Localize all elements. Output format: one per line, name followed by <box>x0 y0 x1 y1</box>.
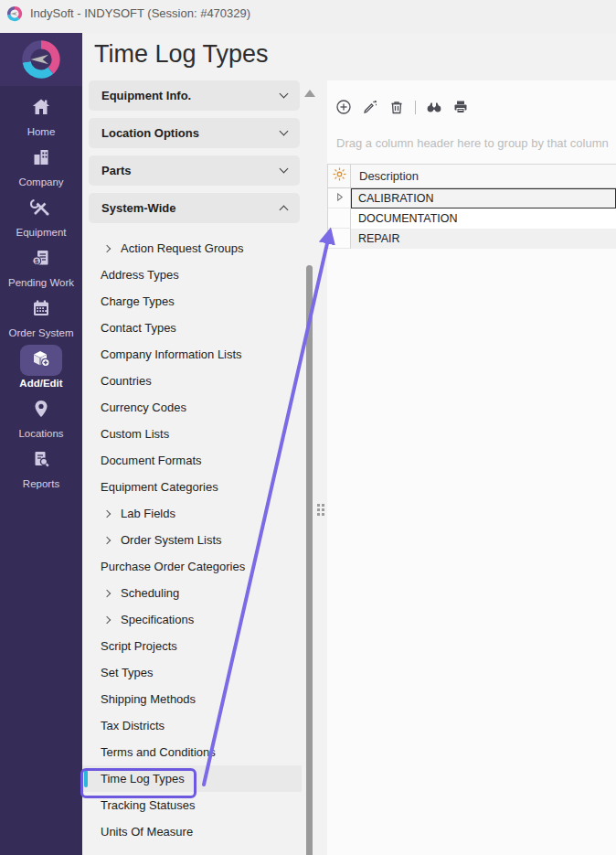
nav-item-time-log-types[interactable]: Time Log Types <box>82 765 302 792</box>
nav-item-tracking-statuses[interactable]: Tracking Statuses <box>82 792 302 818</box>
accordion-section-parts[interactable]: Parts <box>89 155 300 186</box>
splitter-grip-icon <box>317 504 324 516</box>
system-wide-item-list: Action Request GroupsAddress TypesCharge… <box>82 235 302 845</box>
nav-item-units-of-measure[interactable]: Units Of Measure <box>82 818 302 845</box>
nav-item-label: Script Projects <box>101 639 177 653</box>
delete-trash-icon <box>388 99 405 115</box>
sidebar-item-pending-work[interactable]: $Pending Work <box>0 244 82 294</box>
sun-icon <box>333 167 346 185</box>
nav-item-contact-types[interactable]: Contact Types <box>82 315 302 341</box>
row-indicator-cell[interactable] <box>328 229 351 249</box>
nav-item-label: Currency Codes <box>101 401 186 414</box>
nav-item-countries[interactable]: Countries <box>82 368 302 394</box>
nav-item-label: Set Types <box>101 666 154 679</box>
nav-item-scheduling[interactable]: Scheduling <box>82 580 302 606</box>
nav-item-label: Scheduling <box>121 586 179 600</box>
nav-item-equipment-categories[interactable]: Equipment Categories <box>82 474 302 500</box>
group-by-hint: Drag a column header here to group by th… <box>336 136 616 150</box>
sidebar-item-home[interactable]: Home <box>0 93 82 144</box>
add-circle-icon <box>335 99 352 115</box>
toolbar-modify-button[interactable] <box>362 99 378 115</box>
nav-item-label: Tax Districts <box>101 719 165 732</box>
accordion-section-label: Parts <box>101 164 281 177</box>
settings-nav-panel: Equipment Info.Location OptionsPartsSyst… <box>82 80 302 855</box>
nav-item-label: Units Of Measure <box>101 825 193 839</box>
toolbar-separator <box>415 101 416 114</box>
sidebar: HomeCompanyEquipment$Pending WorkOrder S… <box>0 33 82 855</box>
sidebar-item-label: Equipment <box>16 227 67 238</box>
table-row-calibration[interactable]: CALIBRATION <box>328 188 616 208</box>
table-row-documentation[interactable]: DOCUMENTATION <box>328 208 616 229</box>
nav-item-tax-districts[interactable]: Tax Districts <box>82 712 302 739</box>
nav-item-label: Order System Lists <box>121 533 222 547</box>
nav-item-company-information-lists[interactable]: Company Information Lists <box>82 341 302 368</box>
chevron-right-icon <box>103 244 111 251</box>
sidebar-item-label: Order System <box>9 327 74 338</box>
find-binoculars-icon <box>426 99 442 115</box>
chevron-down-icon <box>280 127 289 136</box>
grid-panel: Drag a column header here to group by th… <box>327 80 616 855</box>
nav-item-custom-lists[interactable]: Custom Lists <box>82 421 302 447</box>
modify-wand-icon <box>362 99 378 115</box>
nav-item-script-projects[interactable]: Script Projects <box>82 633 302 659</box>
main-content: Time Log Types Equipment Info.Location O… <box>82 33 616 855</box>
accordion-section-location-options[interactable]: Location Options <box>89 118 300 148</box>
accordion-section-label: Equipment Info. <box>101 89 281 102</box>
sidebar-item-label: Locations <box>18 428 63 439</box>
locations-icon <box>30 398 52 423</box>
grid-corner-cell <box>328 165 351 187</box>
window-title: IndySoft - INDYSOFT (Session: #470329) <box>30 5 250 22</box>
nav-item-currency-codes[interactable]: Currency Codes <box>82 394 302 421</box>
nav-item-document-formats[interactable]: Document Formats <box>82 447 302 474</box>
toolbar-find-button[interactable] <box>426 99 442 115</box>
toolbar-print-button[interactable] <box>452 99 469 115</box>
nav-scrollbar-thumb[interactable] <box>306 265 313 855</box>
row-indicator-cell[interactable] <box>328 208 351 229</box>
toolbar-add-button[interactable] <box>335 99 352 115</box>
nav-item-address-types[interactable]: Address Types <box>82 262 302 288</box>
nav-item-label: Specifications <box>121 613 194 626</box>
row-expander-icon[interactable] <box>334 190 345 207</box>
sidebar-item-label: Add/Edit <box>19 378 62 389</box>
grid-header-row: Description <box>328 164 616 188</box>
sidebar-item-label: Reports <box>23 478 59 489</box>
description-cell[interactable]: REPAIR <box>351 229 616 249</box>
row-indicator-cell[interactable] <box>328 188 351 208</box>
sidebar-item-reports[interactable]: Reports <box>0 445 82 496</box>
nav-item-shipping-methods[interactable]: Shipping Methods <box>82 686 302 712</box>
column-header-description[interactable]: Description <box>351 165 616 187</box>
sidebar-item-label: Pending Work <box>8 277 74 288</box>
sidebar-item-company[interactable]: Company <box>0 144 82 194</box>
nav-item-label: Action Request Groups <box>121 241 243 255</box>
nav-item-lab-fields[interactable]: Lab Fields <box>82 500 302 527</box>
sidebar-item-label: Home <box>27 126 56 137</box>
print-icon <box>452 99 469 115</box>
nav-item-charge-types[interactable]: Charge Types <box>82 288 302 315</box>
nav-item-action-request-groups[interactable]: Action Request Groups <box>82 235 302 262</box>
sidebar-item-equipment[interactable]: Equipment <box>0 194 82 244</box>
accordion-section-system-wide[interactable]: System-Wide <box>89 193 300 223</box>
description-cell[interactable]: DOCUMENTATION <box>351 208 616 229</box>
toolbar-delete-button[interactable] <box>388 99 405 115</box>
nav-item-label: Custom Lists <box>101 427 169 441</box>
nav-item-label: Tracking Statuses <box>101 798 196 812</box>
sidebar-item-order-system[interactable]: Order System <box>0 294 82 345</box>
nav-item-terms-and-conditions[interactable]: Terms and Conditions <box>82 739 302 765</box>
description-cell[interactable]: CALIBRATION <box>351 188 616 208</box>
grid-toolbar <box>327 80 616 115</box>
sidebar-item-add-edit[interactable]: Add/Edit <box>0 345 82 395</box>
table-row-repair[interactable]: REPAIR <box>328 229 616 249</box>
chevron-right-icon <box>103 615 111 623</box>
nav-item-order-system-lists[interactable]: Order System Lists <box>82 527 302 553</box>
sidebar-item-locations[interactable]: Locations <box>0 395 82 445</box>
nav-item-purchase-order-categories[interactable]: Purchase Order Categories <box>82 553 302 580</box>
chevron-right-icon <box>103 589 111 596</box>
nav-item-specifications[interactable]: Specifications <box>82 606 302 633</box>
nav-item-label: Purchase Order Categories <box>101 560 245 573</box>
accordion-section-equipment-info[interactable]: Equipment Info. <box>89 80 300 111</box>
sidebar-nav: HomeCompanyEquipment$Pending WorkOrder S… <box>0 86 82 496</box>
add-edit-icon <box>30 347 52 373</box>
grid-body: CALIBRATIONDOCUMENTATIONREPAIR <box>328 188 616 249</box>
nav-item-set-types[interactable]: Set Types <box>82 659 302 686</box>
panel-splitter[interactable] <box>314 80 327 855</box>
